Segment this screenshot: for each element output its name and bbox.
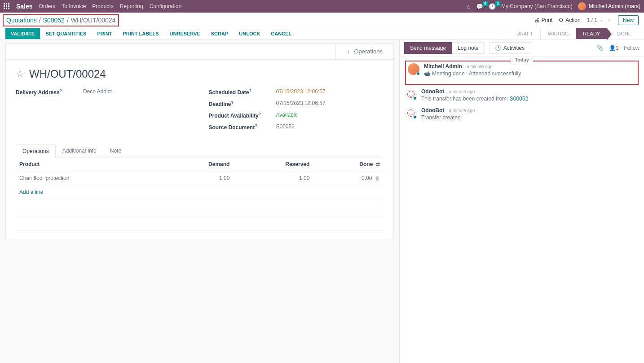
nav-to-invoice[interactable]: To Invoice (62, 3, 86, 9)
status-draft[interactable]: DRAFT (509, 28, 540, 39)
trash-icon[interactable]: 🗑 (375, 175, 380, 181)
msg-author[interactable]: OdooBot (421, 88, 444, 95)
form-card: ↕ Operations ☆ WH/OUT/00024 Delivery Add… (5, 43, 394, 239)
action-button[interactable]: ⚙Action (559, 17, 580, 23)
tab-note[interactable]: Note (103, 144, 128, 157)
gear-icon: ⚙ (559, 17, 564, 23)
chatter-message: OdooBot- a minute ago Transfer created (405, 107, 639, 121)
messages-badge: 6 (483, 1, 488, 6)
scheduled-date-label: Scheduled Date? (209, 88, 276, 96)
col-product[interactable]: Product (16, 157, 161, 171)
col-demand[interactable]: Demand (161, 157, 234, 171)
breadcrumb-order[interactable]: S00052 (43, 17, 65, 24)
activities-badge: 2 (495, 1, 500, 6)
bot-avatar (405, 88, 417, 100)
favorite-star-icon[interactable]: ☆ (16, 68, 25, 80)
add-line-row: Add a line (16, 185, 384, 199)
avatar (408, 63, 419, 75)
msg-body: 📹Meeting done : Attended successfully (424, 70, 636, 77)
breadcrumb: Quotations / S00052 / WH/OUT/00024 (6, 17, 115, 24)
source-link[interactable]: S00052 (510, 96, 528, 102)
svg-rect-7 (6, 8, 7, 9)
msg-author[interactable]: Mitchell Admin (424, 63, 462, 70)
cell-product[interactable]: Chair floor protection (16, 171, 161, 185)
messages-icon[interactable]: 💬6 (476, 3, 483, 10)
user-name: Mitchell Admin (mars) (589, 3, 640, 9)
home-icon[interactable]: ⌂ (467, 3, 471, 10)
chatter-panel: Send message Log note 🕐Activities 📎 👤1 F… (399, 39, 644, 363)
delivery-address-value[interactable]: Deco Addict (83, 88, 112, 96)
avatar (578, 2, 586, 10)
unreserve-button[interactable]: UNRESERVE (164, 28, 206, 39)
clock-icon: 🕐 (495, 45, 502, 51)
company-switcher[interactable]: My Company (San Francisco) (501, 3, 573, 9)
msg-time: - a minute ago (446, 108, 475, 113)
nav-configuration[interactable]: Configuration (150, 3, 181, 9)
svg-rect-1 (6, 3, 7, 4)
new-button[interactable]: New (618, 15, 639, 25)
availability-value: Available (276, 112, 298, 119)
print-button[interactable]: 🖨Print (534, 17, 553, 23)
status-waiting[interactable]: WAITING (540, 28, 576, 39)
log-note-button[interactable]: Log note (452, 42, 485, 54)
cell-done[interactable]: 0.00 🗑 (313, 171, 384, 185)
cell-demand[interactable]: 1.00 (161, 171, 234, 185)
msg-body: Transfer created (421, 114, 639, 121)
tab-additional-info[interactable]: Additional Info (56, 144, 103, 157)
operations-smart-button[interactable]: ↕ Operations (335, 44, 393, 59)
attachment-icon[interactable]: 📎 (597, 45, 604, 51)
user-menu[interactable]: Mitchell Admin (mars) (578, 2, 640, 10)
tabs: Operations Additional Info Note (16, 144, 384, 157)
source-document-value[interactable]: S00052 (276, 123, 295, 131)
activities-icon[interactable]: 🕐2 (489, 3, 496, 10)
print-labels-button[interactable]: PRINT LABELS (117, 28, 164, 39)
svg-rect-3 (4, 5, 5, 7)
nav-reporting[interactable]: Reporting (120, 3, 143, 9)
delivery-address-label: Delivery Address? (16, 88, 83, 96)
action-bar: VALIDATE SET QUANTITIES PRINT PRINT LABE… (0, 28, 644, 39)
app-brand[interactable]: Sales (16, 3, 33, 10)
followers-button[interactable]: 👤1 (609, 45, 619, 51)
pager-next[interactable]: › (606, 17, 612, 23)
set-quantities-button[interactable]: SET QUANTITIES (40, 28, 92, 39)
cancel-button[interactable]: CANCEL (265, 28, 297, 39)
apps-icon[interactable] (4, 3, 10, 9)
print-action-button[interactable]: PRINT (92, 28, 117, 39)
table-row[interactable]: Chair floor protection 1.00 1.00 0.00 🗑 (16, 171, 384, 185)
print-icon: 🖨 (534, 17, 540, 23)
chatter-message: OdooBot- a minute ago This transfer has … (405, 88, 639, 102)
status-bar: DRAFT WAITING READY DONE (509, 28, 639, 39)
nav-products[interactable]: Products (92, 3, 113, 9)
control-bar: Quotations / S00052 / WH/OUT/00024 🖨Prin… (0, 13, 644, 28)
send-message-button[interactable]: Send message (404, 42, 452, 54)
activities-button[interactable]: 🕐Activities (489, 42, 530, 54)
follow-button[interactable]: Follow (624, 45, 640, 51)
swap-icon[interactable]: ⇄ (376, 162, 380, 167)
pager-text[interactable]: 1 / 1 (587, 17, 597, 23)
deadline-label: Deadline? (209, 100, 276, 107)
svg-rect-8 (8, 8, 9, 9)
svg-rect-4 (6, 5, 7, 7)
col-done[interactable]: Done ⇄ (313, 157, 384, 171)
breadcrumb-root[interactable]: Quotations (6, 17, 37, 24)
col-reserved[interactable]: Reserved (233, 157, 313, 171)
status-done[interactable]: DONE (607, 28, 639, 39)
msg-author[interactable]: OdooBot (421, 107, 444, 114)
deadline-value[interactable]: 07/15/2023 12:06:57 (276, 100, 326, 107)
scrap-button[interactable]: SCRAP (206, 28, 234, 39)
cell-reserved[interactable]: 1.00 (233, 171, 313, 185)
breadcrumb-sep: / (67, 17, 69, 24)
bot-avatar (405, 107, 417, 119)
nav-orders[interactable]: Orders (39, 3, 56, 9)
record-title: WH/OUT/00024 (29, 68, 106, 80)
scheduled-date-value[interactable]: 07/15/2023 12:06:57 (276, 88, 326, 96)
camera-icon: 📹 (424, 71, 430, 76)
status-ready[interactable]: READY (576, 28, 607, 39)
unlock-button[interactable]: UNLOCK (234, 28, 265, 39)
chatter-message: Mitchell Admin- a minute ago 📹Meeting do… (408, 63, 636, 77)
add-line-link[interactable]: Add a line (19, 189, 43, 195)
pager-prev[interactable]: ‹ (599, 17, 604, 23)
tab-operations[interactable]: Operations (16, 144, 56, 157)
validate-button[interactable]: VALIDATE (5, 28, 40, 39)
svg-rect-0 (4, 3, 5, 4)
